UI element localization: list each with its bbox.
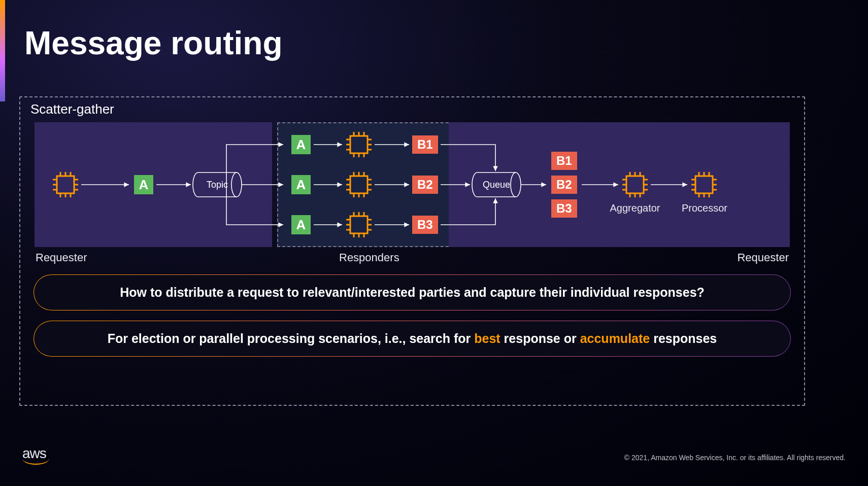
processor-icon <box>52 171 79 198</box>
message-a-copy: A <box>291 175 311 194</box>
requester-left-label: Requester <box>36 251 87 264</box>
callout-1: How to distribute a request to relevant/… <box>34 274 791 310</box>
responders-label: Responders <box>339 251 399 264</box>
callout-2: For election or parallel processing scen… <box>34 321 791 357</box>
processor-icon <box>345 211 373 238</box>
pattern-title: Scatter-gather <box>30 101 795 117</box>
callout-2-text: response or <box>500 331 580 345</box>
queue-label: Queue <box>483 180 510 190</box>
svg-rect-53 <box>350 216 368 233</box>
message-b3: B3 <box>412 216 438 234</box>
callout-2-text: responses <box>650 331 717 345</box>
aggregator-label: Aggregator <box>604 202 666 214</box>
aws-logo: aws <box>22 445 46 462</box>
aggregated-b2: B2 <box>551 176 577 194</box>
svg-point-66 <box>511 172 521 197</box>
page-title: Message routing <box>24 24 283 62</box>
message-b1: B1 <box>412 135 438 154</box>
callout-2-highlight-best: best <box>474 331 500 345</box>
aggregated-b3: B3 <box>551 199 577 218</box>
diagram: A Topic A A A B1 B2 B3 Queue B1 B2 B3 Ag… <box>29 122 795 247</box>
queue-cylinder: Queue <box>471 172 522 197</box>
topic-cylinder: Topic <box>192 172 243 197</box>
callout-2-text: For election or parallel processing scen… <box>108 331 475 345</box>
svg-rect-40 <box>350 176 368 193</box>
message-b2: B2 <box>412 176 438 194</box>
svg-rect-27 <box>350 136 368 153</box>
copyright: © 2021, Amazon Web Services, Inc. or its… <box>624 454 846 462</box>
pattern-box: Scatter-gather <box>19 96 805 406</box>
processor-icon <box>345 131 373 158</box>
message-a-copy: A <box>291 135 311 154</box>
callout-2-highlight-accumulate: accumulate <box>580 331 650 345</box>
footer: aws © 2021, Amazon Web Services, Inc. or… <box>0 445 868 462</box>
svg-point-26 <box>231 172 242 197</box>
svg-rect-67 <box>626 176 644 193</box>
requester-right-label: Requester <box>737 251 789 264</box>
svg-rect-80 <box>695 176 713 193</box>
message-a: A <box>134 175 153 194</box>
message-a-copy: A <box>291 215 311 234</box>
processor-label: Processor <box>676 202 733 214</box>
processor-icon <box>621 171 649 198</box>
callouts: How to distribute a request to relevant/… <box>29 274 795 357</box>
topic-label: Topic <box>207 180 228 190</box>
svg-rect-13 <box>57 176 74 193</box>
aggregated-b1: B1 <box>551 152 577 170</box>
accent-bar <box>0 0 5 101</box>
processor-icon <box>690 171 718 198</box>
processor-icon <box>345 171 373 198</box>
